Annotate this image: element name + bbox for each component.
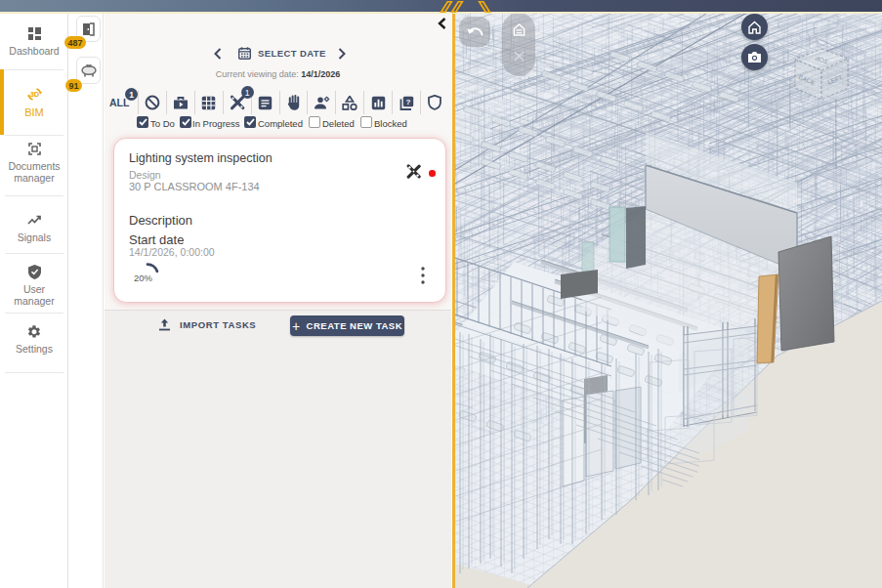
svg-text:?: ? (406, 97, 411, 105)
svg-text:3D: 3D (29, 90, 39, 99)
